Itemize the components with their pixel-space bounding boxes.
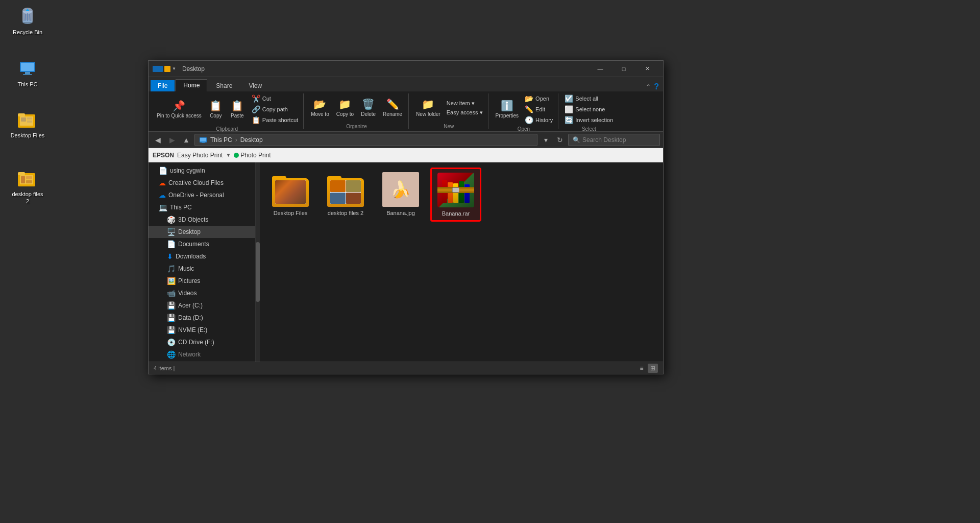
paste-shortcut-button[interactable]: 📋 Paste shortcut — [250, 115, 300, 125]
file-item-desktop-files-2[interactable]: desktop files 2 — [320, 168, 371, 222]
this-pc-icon — [17, 58, 38, 79]
explorer-window: ▼ Desktop — □ ✕ File Home Share View ⌃ ? — [148, 60, 664, 374]
desktop-icon-this-pc[interactable]: This PC — [7, 56, 48, 90]
maximize-button[interactable]: □ — [612, 61, 635, 77]
svg-rect-24 — [200, 138, 206, 141]
file-item-desktop-files[interactable]: Desktop Files — [265, 168, 316, 222]
desktop-icon-recycle-bin[interactable]: Recycle Bin — [7, 4, 48, 38]
pin-to-quick-access-button[interactable]: 📌 Pin to Quick access — [154, 98, 205, 121]
file-item-banana-rar[interactable]: Banana.rar — [430, 168, 481, 222]
paste-button[interactable]: 📋 Paste — [227, 98, 248, 121]
sidebar-item-cd-f[interactable]: 💿 CD Drive (F:) — [149, 336, 255, 348]
sidebar-scrollbar-thumb[interactable] — [256, 242, 260, 302]
svg-rect-14 — [21, 117, 26, 122]
sidebar-item-documents[interactable]: 📄 Documents — [149, 238, 255, 250]
search-box[interactable]: 🔍 Search Desktop — [568, 134, 660, 146]
select-none-button[interactable]: ⬜ Select none — [562, 104, 615, 114]
desktop-files-2-folder-icon — [325, 172, 366, 207]
cut-button[interactable]: ✂️ Cut — [250, 93, 300, 104]
cut-copy-paste-col: ✂️ Cut 🔗 Copy path 📋 Paste shortcut — [250, 93, 300, 125]
forward-button[interactable]: ▶ — [166, 134, 178, 146]
desktop-path-segment[interactable]: Desktop — [240, 136, 263, 144]
tab-home[interactable]: Home — [176, 79, 207, 91]
epson-dropdown-icon[interactable]: ▼ — [226, 152, 231, 158]
back-button[interactable]: ◀ — [152, 134, 164, 146]
desktop-files-2-label: desktop files2 — [12, 191, 43, 205]
large-icons-view-button[interactable]: ⊞ — [648, 364, 658, 373]
open-button[interactable]: 📂 Open — [523, 93, 555, 104]
easy-access-button[interactable]: Easy access ▾ — [445, 108, 485, 117]
ribbon-collapse-btn[interactable]: ⌃ ? — [644, 82, 661, 91]
explorer-body: 📄 using cygwin ☁ Creative Cloud Files ☁ … — [149, 162, 663, 362]
sidebar-item-using-cygwin[interactable]: 📄 using cygwin — [149, 164, 255, 177]
file-item-banana-jpg[interactable]: 🍌 Banana.jpg — [375, 168, 426, 222]
rename-button[interactable]: ✏️ Rename — [380, 97, 405, 119]
this-pc-path-segment[interactable]: This PC — [210, 136, 232, 144]
sidebar-item-downloads[interactable]: ⬇ Downloads — [149, 250, 255, 263]
address-path[interactable]: This PC › Desktop — [194, 134, 537, 146]
select-all-button[interactable]: ☑️ Select all — [562, 93, 615, 104]
properties-button[interactable]: ℹ️ Properties — [493, 98, 522, 121]
content-area[interactable]: Desktop Files desk — [260, 162, 663, 362]
copy-button[interactable]: 📋 Copy — [206, 98, 226, 121]
svg-rect-25 — [202, 142, 205, 143]
sidebar-item-this-pc[interactable]: 💻 This PC — [149, 201, 255, 213]
cygwin-icon: 📄 — [159, 167, 167, 175]
invert-selection-button[interactable]: 🔄 Invert selection — [562, 115, 615, 125]
svg-rect-9 — [25, 72, 30, 74]
minimize-button[interactable]: — — [589, 61, 612, 77]
sidebar-item-network[interactable]: 🌐 Network — [149, 348, 255, 361]
sidebar-scrollbar[interactable] — [256, 162, 260, 362]
network-icon: 🌐 — [167, 350, 176, 359]
sidebar-item-3d-objects[interactable]: 🎲 3D Objects — [149, 213, 255, 226]
copy-to-button[interactable]: 📁 Copy to — [333, 97, 357, 119]
new-folder-button[interactable]: 📁 New folder — [413, 97, 444, 119]
acer-c-icon: 💾 — [167, 301, 176, 310]
explorer-title: Desktop — [182, 65, 589, 73]
refresh-button[interactable]: ↻ — [554, 134, 566, 146]
new-item-button[interactable]: New item ▾ — [445, 99, 485, 108]
address-dropdown-button[interactable]: ▾ — [540, 134, 552, 146]
sidebar-item-creative-cloud[interactable]: ☁ Creative Cloud Files — [149, 177, 255, 189]
downloads-icon: ⬇ — [167, 252, 173, 260]
view-controls: ≡ ⊞ — [636, 364, 658, 373]
sidebar-item-music[interactable]: 🎵 Music — [149, 263, 255, 275]
sidebar-item-data-d[interactable]: 💾 Data (D:) — [149, 312, 255, 324]
tab-file[interactable]: File — [151, 80, 175, 91]
desktop-icon-desktop-files-2[interactable]: desktop files2 — [7, 166, 48, 207]
clipboard-items: 📌 Pin to Quick access 📋 Copy 📋 Paste ✂️ — [154, 93, 300, 125]
close-button[interactable]: ✕ — [635, 61, 659, 77]
sidebar-item-nvme-e[interactable]: 💾 NVME (E:) — [149, 324, 255, 336]
title-bar-dropdown[interactable]: ▼ — [172, 66, 176, 71]
sidebar-item-desktop[interactable]: 🖥️ Desktop — [149, 226, 255, 238]
banana-jpg-label: Banana.jpg — [386, 209, 415, 217]
sidebar-item-videos[interactable]: 📹 Videos — [149, 287, 255, 299]
ribbon-content: 📌 Pin to Quick access 📋 Copy 📋 Paste ✂️ — [149, 91, 663, 131]
nvme-e-icon: 💾 — [167, 326, 176, 334]
up-button[interactable]: ▲ — [180, 134, 192, 146]
new-col: New item ▾ Easy access ▾ — [445, 93, 485, 123]
open-label: Open — [518, 126, 530, 132]
ribbon-group-open: ℹ️ Properties 📂 Open ✏️ Edit � — [489, 93, 559, 129]
sidebar[interactable]: 📄 using cygwin ☁ Creative Cloud Files ☁ … — [149, 162, 256, 362]
move-to-button[interactable]: 📂 Move to — [308, 97, 332, 119]
sidebar-item-pictures[interactable]: 🖼️ Pictures — [149, 275, 255, 287]
delete-button[interactable]: 🗑️ Delete — [358, 97, 379, 119]
tab-view[interactable]: View — [241, 80, 270, 91]
desktop-icon-desktop-files[interactable]: Desktop Files — [7, 107, 48, 141]
sidebar-item-acer-c[interactable]: 💾 Acer (C:) — [149, 299, 255, 312]
edit-button[interactable]: ✏️ Edit — [523, 104, 555, 114]
tab-share[interactable]: Share — [208, 80, 240, 91]
history-button[interactable]: 🕐 History — [523, 115, 555, 125]
copy-path-button[interactable]: 🔗 Copy path — [250, 104, 300, 114]
details-view-button[interactable]: ≡ — [636, 364, 647, 373]
photo-print-button[interactable]: Photo Print — [234, 152, 271, 159]
quick-access-icon — [153, 66, 163, 72]
select-label: Select — [582, 126, 596, 132]
new-label: New — [444, 124, 454, 129]
banana-rar-icon — [435, 172, 476, 208]
photo-print-label: Photo Print — [240, 152, 271, 159]
organize-label: Organize — [346, 124, 367, 129]
sidebar-item-onedrive[interactable]: ☁ OneDrive - Personal — [149, 189, 255, 201]
epson-app[interactable]: Easy Photo Print — [177, 152, 223, 159]
